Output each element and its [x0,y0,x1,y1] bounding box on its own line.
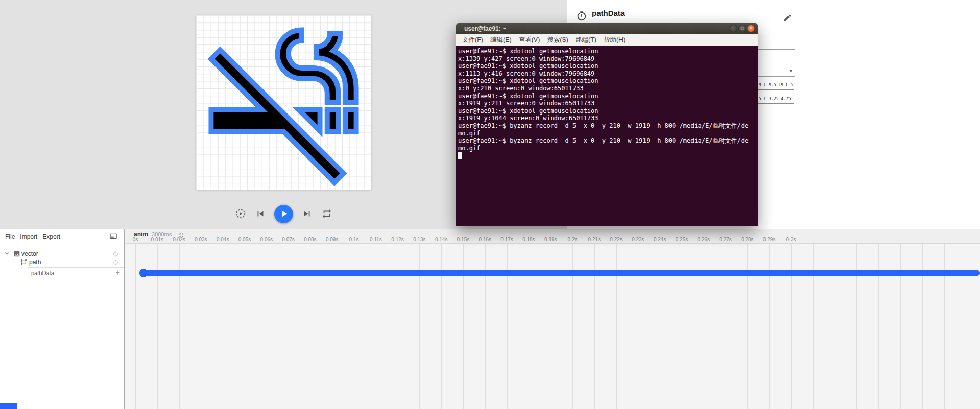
timeline-gridline [551,244,551,409]
autorenew-icon[interactable] [112,250,119,257]
autorenew-icon[interactable] [112,259,119,265]
ruler-tick-label: 0.23s [632,237,644,242]
timeline-gridline [354,244,354,409]
ruler-tick-label: 0.07s [282,237,294,242]
ruler-tick-label: 0.27s [719,237,731,242]
timeline-gridline [245,244,245,409]
ruler-tick-label: 0.04s [217,237,229,242]
timeline-gridline [529,244,529,409]
terminal-menu-item[interactable]: 查看(V) [515,36,544,44]
close-button[interactable]: ✕ [747,25,755,32]
terminal-body[interactable]: user@fae91:~$ xdotool getmouselocationx:… [456,46,758,226]
timeline-gridline [616,244,617,409]
ruler-tick-label: 0.24s [654,237,666,242]
menu-item-import[interactable]: Import [20,233,37,240]
window-controls: – □ ✕ [730,25,755,32]
terminal-menu-item[interactable]: 文件(F) [459,36,487,44]
maximize-button[interactable]: □ [738,25,746,32]
skip-previous-button[interactable] [254,208,267,220]
ruler-tick-label: 0.09s [326,237,338,242]
terminal-menu-item[interactable]: 帮助(H) [600,36,629,44]
timeline-gridline [135,244,136,409]
terminal-line: mo.gif [458,130,757,138]
ruler-tick-label: 0.05s [238,237,251,242]
menu-item-export[interactable]: Export [42,233,60,240]
path-value-text: 9 L 9.5 19 L 5. [759,83,794,87]
timeline-gridline [572,244,573,409]
terminal-line: user@fae91:~$ xdotool getmouselocation [458,62,757,70]
timeline-gridline [289,244,289,409]
ruler-tick-label: 0.21s [588,237,601,242]
ruler-tick-label: 0.14s [435,237,447,242]
terminal-menu-item[interactable]: 终端(T) [572,36,600,44]
timeline-gridline [332,244,332,409]
timeline-gridline [660,244,660,409]
timeline-gridline [310,244,310,409]
timeline-gridline [267,244,267,409]
ruler-tick-label: 0.29s [763,237,775,242]
menu-item-file[interactable]: File [5,233,15,240]
ruler-tick-label: 0.16s [479,237,491,242]
ruler-tick-label: 0.03s [195,237,207,242]
chevron-down-icon[interactable] [3,249,11,257]
ruler-tick-label: 0.3s [786,237,796,242]
terminal-menubar: 文件(F)编辑(E)查看(V)搜索(S)终端(T)帮助(H) [456,34,758,46]
terminal-line: user@fae91:~$ byzanz-record -d 5 -x 0 -y… [458,122,757,130]
ruler-tick-label: 0.15s [457,237,469,242]
terminal-titlebar[interactable]: user@fae91: ~ – □ ✕ [456,23,758,34]
timeline-gridline [507,244,508,409]
ruler-tick-label: 0.08s [304,237,316,242]
timeline-gridline [463,244,464,409]
layer-row-vector[interactable]: vector [0,249,124,258]
ruler-tick-label: 0.13s [413,237,425,242]
timeline-gridline [726,244,726,409]
ruler-tick-label: 0.2s [568,237,578,242]
minimize-button[interactable]: – [730,25,737,32]
timeline-gridline [813,244,814,409]
ruler-tick-label: 0.25s [676,237,688,242]
timeline-gridline [419,244,420,409]
timeline-gridline [835,244,835,409]
timeline-gridline [878,244,879,409]
timeline-gridline [223,244,223,409]
path-value-text: 5 L 3.25 4.75 L [759,97,794,101]
terminal-line: x:1113 y:416 screen:0 window:79696849 [458,70,757,78]
terminal-menu-item[interactable]: 搜索(S) [543,36,572,44]
timeline-gridline [179,244,180,409]
terminal-line: user@fae91:~$ xdotool getmouselocation [458,93,757,100]
no-smoking-icon [196,15,371,190]
play-button[interactable] [274,204,293,223]
terminal-line: x:0 y:210 screen:0 window:65011733 [458,85,757,93]
property-title: pathData [592,9,625,17]
repeat-button[interactable] [321,208,333,220]
layer-label-vector: vector [21,250,38,257]
terminal-line: user@fae91:~$ xdotool getmouselocation [458,77,757,85]
ruler-tick-label: 0.1s [349,237,359,242]
timer-icon [576,10,587,21]
animation-block-bar[interactable] [143,270,980,276]
terminal-menu-item[interactable]: 编辑(E) [487,36,515,44]
terminal-line: x:1339 y:427 screen:0 window:79696849 [458,55,757,63]
skip-next-button[interactable] [301,208,313,220]
animation-block-start-handle[interactable] [139,269,148,277]
timeline-gridline [769,244,770,409]
timeline-ruler[interactable]: anim 3000ms 0s0.01s0.02s0.03s0.04s0.05s0… [126,229,980,244]
playback-controls [196,203,371,224]
scroll-indicator[interactable] [0,403,17,409]
dock-panel-icon[interactable] [109,232,117,240]
terminal-line: user@fae91:~$ byzanz-record -d 5 -x 0 -y… [458,137,757,145]
ruler-tick-label: 0s [133,237,138,242]
terminal-cursor-line [458,152,757,160]
artboard[interactable] [196,15,371,190]
timeline-gridline [791,244,792,409]
add-keyframe-button[interactable]: + [116,268,120,277]
edit-icon[interactable] [783,13,792,22]
property-row-pathdata[interactable]: pathData + [28,267,124,278]
timeline-gridline [704,244,704,409]
layer-row-path[interactable]: path [0,258,124,266]
file-menu-bar: FileImportExport [5,233,60,240]
timeline-gridline [747,244,748,409]
timeline-gridline [441,244,442,409]
ruler-tick-label: 0.11s [370,237,382,242]
slow-motion-button[interactable] [234,208,247,220]
